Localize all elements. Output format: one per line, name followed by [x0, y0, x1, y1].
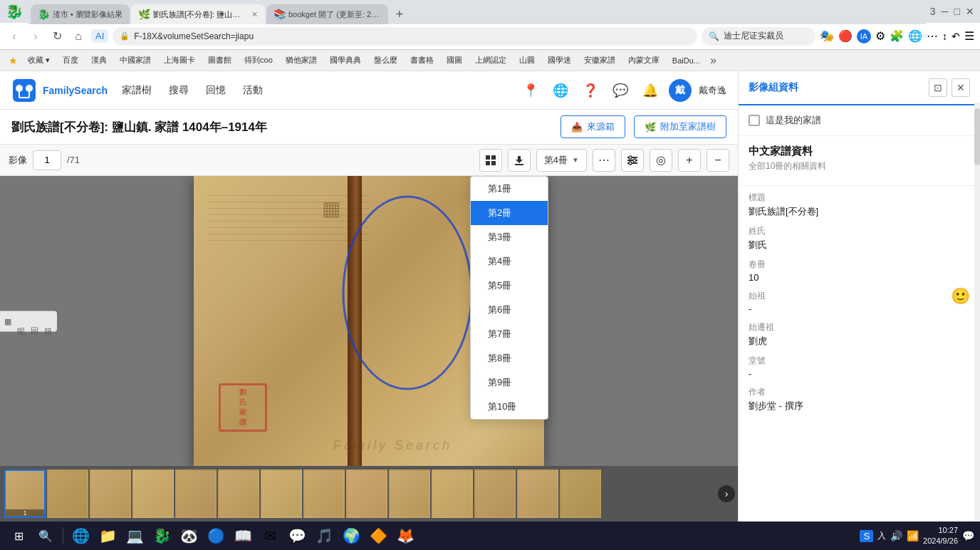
forward-btn[interactable]: ›: [27, 28, 44, 45]
window-maximize-btn[interactable]: □: [954, 6, 960, 17]
address-bar[interactable]: 🔒 F-18X&volumeSetSearch=jiapu: [113, 27, 697, 46]
start-btn[interactable]: ⊞: [6, 523, 31, 549]
volume-option-9[interactable]: 第9冊: [471, 370, 548, 395]
add-tree-btn[interactable]: 🌿 附加至家譜樹: [634, 115, 726, 138]
ext-3[interactable]: IA: [857, 29, 871, 43]
network-icon[interactable]: 📶: [907, 530, 919, 541]
taskbar-app8[interactable]: ✉: [257, 523, 283, 549]
filmstrip-item-9[interactable]: [346, 469, 387, 518]
nav-link-search[interactable]: 搜尋: [169, 84, 189, 97]
volume-icon[interactable]: 🔊: [890, 530, 902, 541]
reload-btn[interactable]: ↻: [48, 28, 66, 45]
zoom-out-btn[interactable]: −: [707, 149, 729, 172]
tab-1[interactable]: 🐉 渣市 • 瀏覽影像結果: [31, 4, 130, 24]
window-minimize-btn[interactable]: ─: [942, 6, 949, 17]
grid-view-btn[interactable]: [479, 149, 502, 172]
user-avatar[interactable]: 戴: [669, 79, 692, 102]
bookmark-library[interactable]: 圖書館: [202, 53, 237, 68]
bookmark-guoxuemi[interactable]: 國學迷: [542, 53, 577, 68]
bookmark-pan[interactable]: 盤么麼: [368, 53, 403, 68]
globe-icon-btn[interactable]: 🌐: [549, 79, 572, 102]
taskbar-terminal[interactable]: 💻: [122, 523, 147, 549]
bookmark-anhui[interactable]: 安徽家譜: [578, 53, 621, 68]
taskbar-files[interactable]: 📁: [95, 523, 120, 549]
taskbar-app7[interactable]: 📖: [230, 523, 256, 549]
bookmarks-folder[interactable]: 收藏 ▾: [22, 53, 56, 68]
user-name-label[interactable]: 戴奇逸: [699, 84, 726, 97]
help-icon-btn[interactable]: ❓: [579, 79, 602, 102]
new-tab-btn[interactable]: +: [390, 4, 410, 24]
bookmark-baidu2[interactable]: BaiDu...: [667, 53, 706, 68]
bookmark-shanghai-map[interactable]: 上海圖卡: [158, 53, 201, 68]
filmstrip-item-14[interactable]: [560, 469, 601, 518]
ext-5[interactable]: 🧩: [890, 29, 904, 43]
sync-btn[interactable]: ↕: [942, 31, 947, 42]
panel-expand-btn[interactable]: ⊡: [929, 78, 947, 97]
taskbar-panda[interactable]: 🐼: [176, 523, 202, 549]
volume-option-8[interactable]: 第8冊: [471, 346, 548, 370]
ext-6[interactable]: 🌐: [908, 29, 922, 43]
taskbar-app11[interactable]: 🌍: [338, 523, 364, 549]
nav-link-memories[interactable]: 回憶: [206, 84, 226, 97]
volume-option-1[interactable]: 第1冊: [471, 177, 548, 201]
bookmark-more[interactable]: »: [707, 54, 719, 67]
back-btn[interactable]: ‹: [6, 28, 23, 45]
settings-btn[interactable]: [621, 149, 644, 172]
bookmark-china-genealogy[interactable]: 中國家譜: [114, 53, 157, 68]
bookmark-shang[interactable]: 上網認定: [469, 53, 512, 68]
taskbar-browser[interactable]: 🌐: [68, 523, 93, 549]
notification-icon[interactable]: 💬: [962, 530, 974, 541]
locate-btn[interactable]: ◎: [650, 149, 672, 172]
volume-option-4[interactable]: 第4冊: [471, 249, 548, 274]
ext-1[interactable]: 🎭: [820, 29, 834, 43]
nav-link-activities[interactable]: 活動: [243, 84, 263, 97]
volume-option-2[interactable]: 第2冊: [471, 201, 548, 225]
my-genealogy-checkbox[interactable]: [749, 115, 760, 126]
more-options-btn[interactable]: ⋯: [593, 149, 615, 172]
home-btn[interactable]: ⌂: [70, 28, 87, 45]
filmstrip-item-10[interactable]: [389, 469, 430, 518]
bookmark-shan[interactable]: 山圓: [514, 53, 541, 68]
ai-ext[interactable]: AI: [91, 29, 108, 43]
volume-option-6[interactable]: 第6冊: [471, 298, 548, 322]
filmstrip-item-6[interactable]: [218, 469, 259, 518]
nav-link-tree[interactable]: 家譜樹: [122, 84, 152, 97]
ext-4[interactable]: ⚙: [875, 29, 885, 43]
tab-3[interactable]: 📚 bookget 開了 (更新至: 24...: [266, 4, 388, 24]
filmstrip-item-12[interactable]: [474, 469, 516, 518]
filmstrip-item-11[interactable]: [432, 469, 473, 518]
location-icon-btn[interactable]: 📍: [519, 79, 542, 102]
source-box-btn[interactable]: 📥 來源箱: [561, 115, 625, 138]
filmstrip-item-4[interactable]: [132, 469, 174, 518]
feedback-icon[interactable]: 🙂: [951, 287, 970, 306]
volume-option-7[interactable]: 第7冊: [471, 322, 548, 346]
taskbar-game[interactable]: 🐉: [149, 523, 174, 549]
volume-option-5[interactable]: 第5冊: [471, 274, 548, 298]
side-panel-tab[interactable]: 籍 回 呢 ▦: [0, 311, 57, 331]
bookmark-handian[interactable]: 漢典: [85, 53, 113, 68]
bookmark-neimeng[interactable]: 內蒙文庫: [622, 53, 665, 68]
ext-more[interactable]: ⋯: [927, 29, 938, 43]
zoom-in-btn[interactable]: +: [678, 149, 701, 172]
filmstrip-item-13[interactable]: [517, 469, 558, 518]
download-btn[interactable]: [508, 149, 531, 172]
taskbar-app10[interactable]: 🎵: [311, 523, 337, 549]
window-close-btn[interactable]: ✕: [966, 6, 974, 17]
taskbar-clock[interactable]: 10:27 2024/9/26: [923, 525, 958, 547]
logo-area[interactable]: FamilySearch: [11, 78, 108, 103]
taskbar-app9[interactable]: 💬: [284, 523, 310, 549]
bookmark-dedao[interactable]: 得到coo: [239, 53, 278, 68]
filmstrip-item-3[interactable]: [90, 469, 131, 518]
page-number-input[interactable]: [33, 150, 61, 170]
tab-2[interactable]: 🌿 劉氏族譜[不分卷]: 鹽山鎮. 家譜 ✕: [131, 4, 265, 24]
tab-2-close[interactable]: ✕: [251, 10, 258, 19]
search-taskbar-btn[interactable]: 🔍: [33, 523, 58, 549]
bookmark-guotu[interactable]: 國圖: [441, 53, 468, 68]
bookmark-utah[interactable]: 猶他家譜: [280, 53, 323, 68]
taskbar-app6[interactable]: 🔵: [203, 523, 229, 549]
bookmark-star[interactable]: ★: [6, 55, 21, 66]
filmstrip-item-1[interactable]: 1: [4, 469, 46, 518]
panel-close-btn[interactable]: ✕: [952, 78, 970, 97]
ext-2[interactable]: 🔴: [838, 29, 853, 43]
filmstrip-item-8[interactable]: [303, 469, 345, 518]
